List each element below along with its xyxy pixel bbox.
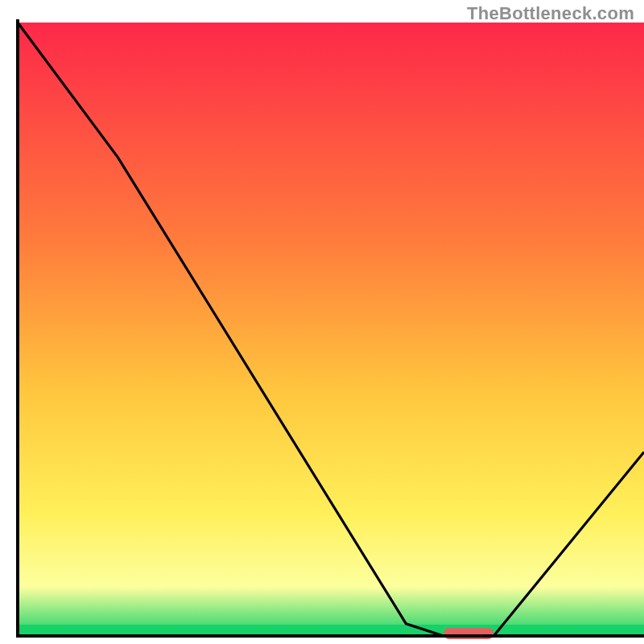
bottleneck-chart bbox=[0, 0, 644, 644]
chart-gradient-background bbox=[18, 23, 644, 636]
green-baseline-strip bbox=[18, 625, 644, 636]
watermark-text: TheBottleneck.com bbox=[467, 3, 634, 24]
